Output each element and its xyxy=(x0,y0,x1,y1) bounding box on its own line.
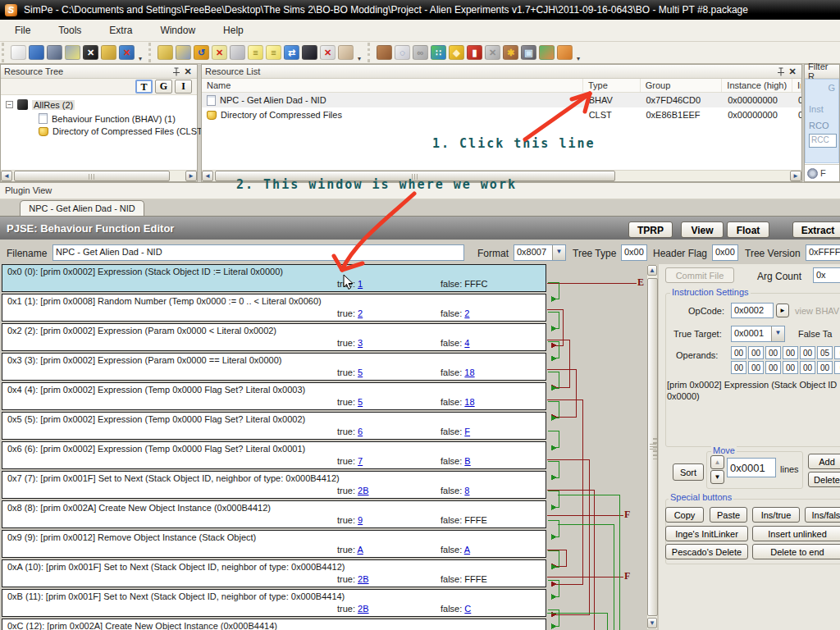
operand-cell[interactable]: 00 xyxy=(765,361,781,374)
format-select[interactable]: 0x8007▼ xyxy=(514,244,566,261)
sort-button[interactable]: Sort xyxy=(673,463,704,481)
import-icon[interactable] xyxy=(158,45,173,60)
menu-help[interactable]: Help xyxy=(220,22,247,39)
scroll-right-icon[interactable]: ► xyxy=(790,171,801,181)
scroll-right-icon[interactable]: ► xyxy=(185,171,197,181)
column-header-group[interactable]: Group xyxy=(641,79,723,92)
special-button-ins-true[interactable]: Ins/true xyxy=(752,507,800,523)
instruction-row[interactable]: 0x7 (7): [prim 0x001F] Set to Next (Stac… xyxy=(2,471,546,499)
true-target-link[interactable]: 5 xyxy=(358,397,363,407)
true-target-link[interactable]: 2B xyxy=(358,604,368,614)
remove-list-icon[interactable]: ✕ xyxy=(212,45,227,60)
panel-splitter[interactable] xyxy=(653,438,657,459)
tree-root-node[interactable]: − AllRes (2) xyxy=(6,99,75,110)
false-target-link[interactable]: 18 xyxy=(464,368,474,377)
extract-button[interactable]: Extract xyxy=(792,221,840,238)
true-target-select[interactable]: 0x0001▼ xyxy=(731,326,785,342)
false-target-link[interactable]: 2 xyxy=(464,308,469,318)
special-button-pescado-s-delete[interactable]: Pescado's Delete xyxy=(665,544,748,559)
list-icon[interactable]: ≡ xyxy=(248,45,263,60)
web-update-icon[interactable]: ✕ xyxy=(119,45,135,60)
gem-icon[interactable]: ◆ xyxy=(449,45,464,60)
operand-cell[interactable]: 00 xyxy=(731,346,746,359)
package-gear-icon[interactable]: ✱ xyxy=(503,45,518,60)
true-target-link[interactable]: A xyxy=(357,545,363,555)
tree-type-input[interactable]: 0x00 xyxy=(621,244,647,261)
list-alt-icon[interactable]: ≡ xyxy=(266,45,281,60)
instruction-row[interactable]: 0x0 (0): [prim 0x0002] Expression (Stack… xyxy=(2,264,546,292)
instruction-row[interactable]: 0x3 (3): [prim 0x0002] Expression (Param… xyxy=(2,353,546,381)
move-down-button[interactable]: ▼ xyxy=(710,470,724,484)
instruction-row[interactable]: 0x2 (2): [prim 0x0002] Expression (Param… xyxy=(2,323,546,351)
close-icon[interactable]: ✕ xyxy=(787,66,798,77)
scroll-down-icon[interactable]: ▼ xyxy=(647,618,657,628)
filename-input[interactable]: NPC - Get Alien Dad - NID xyxy=(52,244,464,261)
special-button-delete-to-end[interactable]: Delete to end xyxy=(752,544,840,559)
tree-version-input[interactable]: 0xFFFF8 xyxy=(806,244,840,261)
column-header-in[interactable]: In xyxy=(792,79,801,92)
package-icon[interactable] xyxy=(377,45,392,60)
chevron-down-icon[interactable]: ▼ xyxy=(771,326,784,341)
comment-icon[interactable] xyxy=(230,45,245,60)
view-bhav-link[interactable]: view BHAV xyxy=(795,306,839,316)
instruction-row[interactable]: 0x1 (1): [prim 0x0008] Random Number (Te… xyxy=(2,294,546,322)
person-lock-icon[interactable] xyxy=(557,45,573,60)
instruction-row[interactable]: 0xC (12): [prim 0x002A] Create New Objec… xyxy=(2,619,546,630)
filter-footer[interactable]: F xyxy=(805,164,839,181)
true-target-link[interactable]: 6 xyxy=(358,427,363,436)
arg-count-input[interactable]: 0x xyxy=(813,267,840,283)
true-target-link[interactable]: 2B xyxy=(358,574,368,584)
false-target-link[interactable]: A xyxy=(464,545,470,555)
instruction-row[interactable]: 0x8 (8): [prim 0x002A] Create New Object… xyxy=(2,500,546,528)
export-icon[interactable] xyxy=(176,45,191,60)
move-lines-input[interactable]: 0x0001 xyxy=(727,458,776,477)
move-up-button[interactable]: ▲ xyxy=(710,455,724,469)
collapse-icon[interactable]: − xyxy=(6,101,13,108)
opcode-input[interactable]: 0x0002 xyxy=(731,303,774,318)
screenshot-icon[interactable]: ▣ xyxy=(521,45,536,60)
true-target-link[interactable]: 5 xyxy=(358,368,363,377)
opcode-next-button[interactable]: ► xyxy=(776,304,789,317)
reload-icon[interactable]: ↺ xyxy=(194,45,209,60)
instruction-row[interactable]: 0xA (10): [prim 0x001F] Set to Next (Sta… xyxy=(2,559,546,587)
operand-cell[interactable]: 00 xyxy=(783,361,798,374)
column-header-type[interactable]: Type xyxy=(583,79,641,92)
false-target-link[interactable]: 8 xyxy=(464,486,469,495)
refresh-icon[interactable]: ⇄ xyxy=(284,45,299,60)
operand-cell[interactable]: 00 xyxy=(731,361,746,374)
link-icon[interactable]: ∞ xyxy=(413,45,428,60)
new-document-icon[interactable] xyxy=(11,45,26,60)
scroll-up-icon[interactable]: ▲ xyxy=(647,265,657,276)
false-target-link[interactable]: 18 xyxy=(464,397,474,407)
tree-child-node[interactable]: Behaviour Function (BHAV) (1) xyxy=(39,113,176,124)
tprp-button[interactable]: TPRP xyxy=(628,221,673,238)
operand-cell[interactable]: 00 xyxy=(765,346,781,359)
delete-button[interactable]: Delete xyxy=(808,472,840,487)
menu-extra[interactable]: Extra xyxy=(106,22,135,39)
tools-icon[interactable]: ✕ xyxy=(485,45,500,60)
people-icon[interactable] xyxy=(539,45,555,60)
menu-file[interactable]: File xyxy=(11,22,34,39)
add-button[interactable]: Add xyxy=(808,454,840,469)
special-button-paste[interactable]: Paste xyxy=(710,507,747,523)
toolbar-overflow-icon[interactable]: ▾ xyxy=(356,55,363,62)
true-target-link[interactable]: 9 xyxy=(358,515,363,525)
operand-cell[interactable]: 00 xyxy=(783,346,798,359)
plugin-tab[interactable]: NPC - Get Alien Dad - NID xyxy=(20,200,144,216)
instruction-row[interactable]: 0x4 (4): [prim 0x0002] Expression (Temp … xyxy=(2,382,546,410)
close-icon[interactable]: ✕ xyxy=(182,66,194,77)
instruction-row[interactable]: 0xB (11): [prim 0x001F] Set to Next (Sta… xyxy=(2,589,546,617)
save-icon[interactable] xyxy=(47,45,62,60)
save-as-icon[interactable] xyxy=(65,45,80,60)
special-button-copy[interactable]: Copy xyxy=(665,507,704,523)
resource-row[interactable]: Directory of Compressed Files CLST 0xE86… xyxy=(202,107,801,122)
instruction-row[interactable]: 0x5 (5): [prim 0x0002] Expression (Temp … xyxy=(2,412,546,440)
operand-cell[interactable]: 00 xyxy=(800,361,815,374)
scrollbar-thumb[interactable] xyxy=(14,171,170,181)
operand-cell[interactable]: 00 xyxy=(748,361,764,374)
tree-view-instance-button[interactable]: I xyxy=(175,80,192,94)
scroll-left-icon[interactable]: ◄ xyxy=(202,171,213,181)
operand-cell[interactable]: 05 xyxy=(817,346,833,359)
toolbar-overflow-icon[interactable]: ▾ xyxy=(575,55,582,62)
delete-icon[interactable]: ✕ xyxy=(320,45,336,60)
